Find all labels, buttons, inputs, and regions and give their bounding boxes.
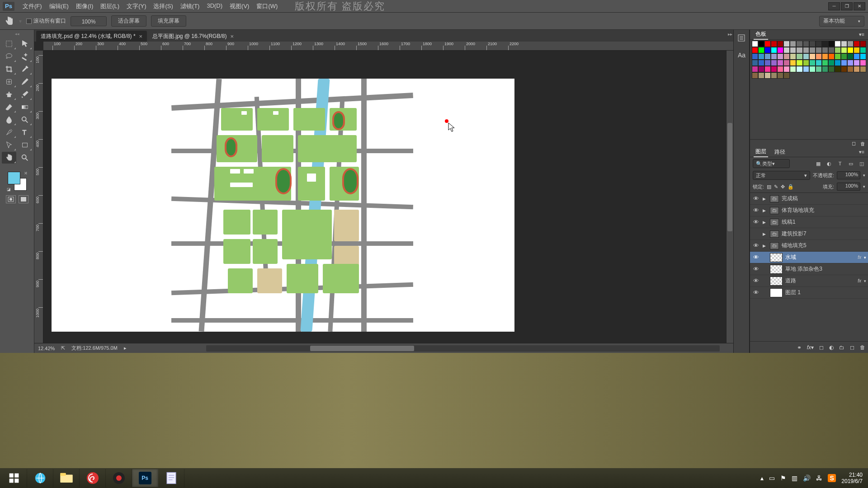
- eyedropper-tool[interactable]: [18, 63, 32, 75]
- swatch[interactable]: [758, 41, 764, 47]
- swatch[interactable]: [790, 66, 796, 72]
- swatch[interactable]: [783, 66, 790, 72]
- type-tool[interactable]: T: [18, 127, 32, 138]
- link-layers-icon[interactable]: ⚭: [797, 344, 802, 351]
- menu-图像(I)[interactable]: 图像(I): [72, 0, 97, 12]
- tray-expand-icon[interactable]: ▴: [760, 474, 764, 482]
- opacity-input[interactable]: 100%: [837, 171, 860, 179]
- minimize-button[interactable]: ─: [828, 2, 840, 10]
- rectangle-tool[interactable]: [18, 139, 32, 151]
- lock-move-icon[interactable]: ✥: [781, 184, 785, 190]
- close-tab-icon[interactable]: ×: [139, 33, 143, 40]
- layer-name[interactable]: 完成稿: [782, 195, 866, 202]
- swatch[interactable]: [803, 66, 809, 72]
- history-brush-tool[interactable]: [18, 89, 32, 100]
- swatch[interactable]: [764, 47, 771, 53]
- swatch[interactable]: [828, 47, 835, 53]
- fill-input[interactable]: 100%: [837, 183, 860, 191]
- ie-icon[interactable]: [27, 469, 53, 487]
- swatch[interactable]: [777, 72, 783, 79]
- layer-name[interactable]: 图层 1: [785, 289, 866, 296]
- fx-expand-icon[interactable]: ▾: [864, 279, 866, 283]
- foreground-color[interactable]: [8, 172, 20, 184]
- blend-mode-select[interactable]: 正常▾: [753, 171, 810, 180]
- twisty-icon[interactable]: ▶: [763, 232, 767, 236]
- netease-icon[interactable]: [80, 469, 106, 487]
- filter-pixel-icon[interactable]: ▦: [815, 161, 822, 167]
- swatch[interactable]: [796, 53, 802, 60]
- swatch[interactable]: [783, 47, 790, 53]
- swatch[interactable]: [854, 41, 860, 47]
- default-colors-icon[interactable]: ◪: [7, 187, 11, 192]
- swatch[interactable]: [809, 47, 816, 53]
- swatch[interactable]: [822, 66, 828, 72]
- swatch[interactable]: [835, 41, 841, 47]
- layer-row[interactable]: 👁道路fx▾: [750, 275, 868, 287]
- new-swatch-icon[interactable]: ◻: [852, 141, 856, 146]
- swatch[interactable]: [854, 66, 860, 72]
- swatch[interactable]: [790, 41, 796, 47]
- vertical-scrollbar[interactable]: [726, 51, 733, 343]
- layer-thumbnail[interactable]: [770, 288, 783, 297]
- swatch[interactable]: [777, 53, 783, 60]
- menu-文字(Y)[interactable]: 文字(Y): [123, 0, 150, 12]
- swatch[interactable]: [822, 41, 828, 47]
- layers-tab[interactable]: 图层: [754, 147, 768, 157]
- swatch[interactable]: [816, 47, 822, 53]
- swatch[interactable]: [764, 66, 771, 72]
- visibility-toggle[interactable]: 👁: [752, 254, 760, 261]
- swatch[interactable]: [777, 41, 783, 47]
- fit-screen-button[interactable]: 适合屏幕: [111, 15, 146, 27]
- swatch[interactable]: [803, 53, 809, 60]
- lock-all-icon[interactable]: 🔒: [788, 184, 794, 190]
- swatch[interactable]: [828, 60, 835, 66]
- swatch[interactable]: [847, 41, 854, 47]
- layer-name[interactable]: 体育场地填充: [782, 206, 866, 214]
- zoom-percent[interactable]: 12.42%: [38, 346, 55, 351]
- layer-name[interactable]: 铺地填充5: [782, 242, 866, 249]
- swatch[interactable]: [835, 60, 841, 66]
- layer-filter-select[interactable]: 🔍 类型 ▾: [753, 159, 790, 168]
- twisty-icon[interactable]: ▶: [763, 208, 767, 213]
- layer-row[interactable]: 👁水域fx▾: [750, 252, 868, 263]
- pen-tool[interactable]: [2, 127, 16, 138]
- swatch[interactable]: [847, 47, 854, 53]
- scroll-all-checkbox[interactable]: 滚动所有窗口: [26, 17, 66, 25]
- magic-wand-tool[interactable]: [18, 51, 32, 62]
- swatch[interactable]: [809, 66, 816, 72]
- path-selection-tool[interactable]: [2, 139, 16, 151]
- swatch[interactable]: [841, 41, 847, 47]
- visibility-toggle[interactable]: 👁: [752, 277, 760, 284]
- swatch[interactable]: [822, 60, 828, 66]
- record-icon[interactable]: [106, 469, 132, 487]
- swatch[interactable]: [809, 60, 816, 66]
- swatch[interactable]: [847, 60, 854, 66]
- layer-thumbnail[interactable]: [770, 277, 783, 286]
- swatch[interactable]: [771, 41, 777, 47]
- photoshop-taskbar-icon[interactable]: Ps: [132, 469, 158, 487]
- menu-窗口(W)[interactable]: 窗口(W): [253, 0, 281, 12]
- layer-row[interactable]: 👁图层 1: [750, 287, 868, 299]
- tray-volume-icon[interactable]: 🔊: [803, 474, 811, 482]
- document-tab[interactable]: 道路填充.psd @ 12.4% (水域, RGB/8) *×: [36, 31, 147, 42]
- swatch[interactable]: [803, 60, 809, 66]
- swatch[interactable]: [816, 53, 822, 60]
- swatch[interactable]: [796, 41, 802, 47]
- adjustment-layer-icon[interactable]: ◐: [829, 344, 834, 351]
- swatch[interactable]: [758, 60, 764, 66]
- menu-编辑(E)[interactable]: 编辑(E): [46, 0, 72, 12]
- swatch[interactable]: [752, 47, 758, 53]
- swatch[interactable]: [752, 72, 758, 79]
- swatch[interactable]: [822, 47, 828, 53]
- swatch[interactable]: [860, 41, 866, 47]
- lasso-tool[interactable]: [2, 51, 16, 62]
- swatch[interactable]: [854, 53, 860, 60]
- notepad-icon[interactable]: [158, 469, 184, 487]
- color-swatches[interactable]: ⤮ ◪: [8, 172, 27, 191]
- swatch[interactable]: [835, 66, 841, 72]
- layer-name[interactable]: 水域: [785, 253, 855, 261]
- fill-screen-button[interactable]: 填充屏幕: [151, 15, 186, 27]
- healing-brush-tool[interactable]: [2, 76, 16, 88]
- swatch[interactable]: [771, 47, 777, 53]
- zoom-tool[interactable]: [18, 152, 32, 164]
